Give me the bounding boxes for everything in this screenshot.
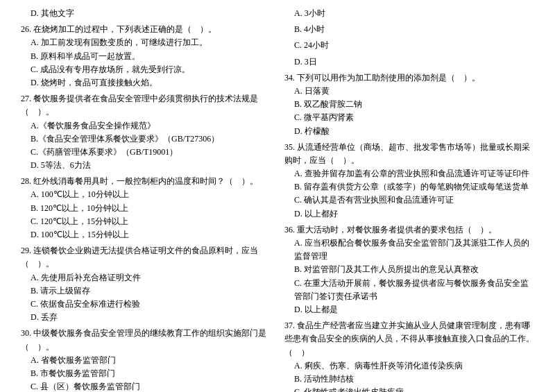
question-35-text: 35. 从流通经营单位（商场、超市、批发零售市场等）批量或长期采购时，应当（ ）… <box>284 141 534 167</box>
q30-option-b: B. 市餐饮服务监管部门 <box>21 367 271 380</box>
option-d-3d: D. 3日 <box>284 56 534 69</box>
q29-option-d: D. 丢弃 <box>21 311 271 324</box>
q27-option-a: A.《餐饮服务食品安全操作规范》 <box>21 119 271 133</box>
question-36-text: 36. 重大活动时，对餐饮服务者提供者的要求包括（ ）。 <box>284 223 534 237</box>
question-28-text: 28. 红外线消毒餐用具时，一般控制柜内的温度和时间？（ ）。 <box>21 175 271 188</box>
q37-option-c: C. 化脓性或者渗出性皮肤疾病 <box>284 386 534 392</box>
question-27: 27. 餐饮服务提供者在食品安全管理中必须贯彻执行的技术法规是（ ）。 A.《餐… <box>21 92 271 172</box>
q35-option-d: D. 以上都好 <box>284 207 534 221</box>
question-30-text: 30. 中级餐饮服务食品安全管理员的继续教育工作的组织实施部门是（ ）。 <box>21 327 271 353</box>
q35-option-a: A. 查验并留存加盖有公章的营业执照和食品流通许可证等证印件 <box>284 167 534 180</box>
q37-option-b: B. 活动性肺结核 <box>284 373 534 386</box>
q36-option-c: C. 在重大活动开展前，餐饮服务提供者应与餐饮服务食品安全监管部门签订责任承诺书 <box>284 277 534 303</box>
question-26-text: 26. 在烧烤加工的过程中，下列表述正确的是（ ）。 <box>21 23 271 36</box>
question-37: 37. 食品生产经营者应当建立并实施从业人员健康管理制度，患有哪些患有食品安全的… <box>284 319 534 392</box>
q34-option-b: B. 双乙酸背胺二钠 <box>284 98 534 111</box>
option-c-24h: C. 24小时 <box>284 39 534 52</box>
q37-option-a: A. 痢疾、伤寒、病毒性肝炎等消化道传染疾病 <box>284 359 534 373</box>
q26-option-c: C. 成品没有专用存放场所，就先受到行凉。 <box>21 63 271 76</box>
question-26: 26. 在烧烤加工的过程中，下列表述正确的是（ ）。 A. 加工前发现有国数变质… <box>21 23 271 90</box>
q35-option-b: B. 留存盖有供货方公章（或签字）的每笔购物凭证或每笔送货单 <box>284 180 534 194</box>
q29-option-a: A. 先使用后补充合格证明文件 <box>21 271 271 284</box>
option-a-3h-text: A. 3小时 <box>284 7 534 20</box>
option-b-4h: B. 4小时 <box>284 23 534 36</box>
option-b-4h-text: B. 4小时 <box>284 23 534 36</box>
page-container: D. 其他文字 26. 在烧烤加工的过程中，下列表述正确的是（ ）。 A. 加工… <box>21 7 534 392</box>
q27-option-b: B.《食品安全管理体系餐饮业要求》（GB/T27306） <box>21 133 271 146</box>
q26-option-a: A. 加工前发现有国数变质的，可继续进行加工。 <box>21 36 271 49</box>
q27-option-d: D. 5等法、6力法 <box>21 159 271 172</box>
left-column: D. 其他文字 26. 在烧烤加工的过程中，下列表述正确的是（ ）。 A. 加工… <box>21 7 271 392</box>
content-columns: D. 其他文字 26. 在烧烤加工的过程中，下列表述正确的是（ ）。 A. 加工… <box>21 7 534 392</box>
q29-option-c: C. 依据食品安全标准进行检验 <box>21 298 271 311</box>
option-a-3h: A. 3小时 <box>284 7 534 20</box>
right-column: A. 3小时 B. 4小时 C. 24小时 D. 3日 34. 下列可以用作为加… <box>284 7 534 392</box>
option-c-24h-text: C. 24小时 <box>284 39 534 52</box>
question-29: 29. 连锁餐饮企业购进无法提供合格证明文件的食品原料时，应当（ ）。 A. 先… <box>21 244 271 324</box>
q34-option-c: C. 微平基丙肾素 <box>284 111 534 124</box>
question-29-text: 29. 连锁餐饮企业购进无法提供合格证明文件的食品原料时，应当（ ）。 <box>21 244 271 271</box>
option-text: D. 其他文字 <box>21 7 271 20</box>
q34-option-d: D. 柠檬酸 <box>284 125 534 138</box>
q28-option-d: D. 100℃以上，15分钟以上 <box>21 228 271 241</box>
question-30: 30. 中级餐饮服务食品安全管理员的继续教育工作的组织实施部门是（ ）。 A. … <box>21 327 271 392</box>
q28-option-b: B. 120℃以上，10分钟以上 <box>21 202 271 215</box>
q28-option-c: C. 120℃以上，15分钟以上 <box>21 215 271 228</box>
question-36: 36. 重大活动时，对餐饮服务者提供者的要求包括（ ）。 A. 应当积极配合餐饮… <box>284 223 534 316</box>
q29-option-b: B. 请示上级留存 <box>21 284 271 298</box>
q36-option-a: A. 应当积极配合餐饮服务食品安全监管部门及其派驻工作人员的监督管理 <box>284 237 534 263</box>
q36-option-d: D. 以上都是 <box>284 303 534 316</box>
q28-option-a: A. 100℃以上，10分钟以上 <box>21 188 271 201</box>
question-35: 35. 从流通经营单位（商场、超市、批发零售市场等）批量或长期采购时，应当（ ）… <box>284 141 534 221</box>
q26-option-b: B. 原料和半成品可一起放置。 <box>21 50 271 63</box>
q34-option-a: A. 日落黄 <box>284 85 534 98</box>
question-37-text: 37. 食品生产经营者应当建立并实施从业人员健康管理制度，患有哪些患有食品安全的… <box>284 319 534 359</box>
q35-option-c: C. 确认其是否有营业执照和食品流通许可证 <box>284 194 534 207</box>
question-34-text: 34. 下列可以用作为加工助剂使用的添加剂是（ ）。 <box>284 71 534 85</box>
q30-option-a: A. 省餐饮服务监管部门 <box>21 354 271 367</box>
question-28: 28. 红外线消毒餐用具时，一般控制柜内的温度和时间？（ ）。 A. 100℃以… <box>21 175 271 241</box>
option-d-3d-text: D. 3日 <box>284 56 534 69</box>
question-27-text: 27. 餐饮服务提供者在食品安全管理中必须贯彻执行的技术法规是（ ）。 <box>21 92 271 119</box>
q26-option-d: D. 烧烤时，食品可直接接触火焰。 <box>21 76 271 90</box>
q27-option-c: C.《药膳管理体系要求》（GB/T19001） <box>21 146 271 159</box>
question-34: 34. 下列可以用作为加工助剂使用的添加剂是（ ）。 A. 日落黄 B. 双乙酸… <box>284 71 534 138</box>
q30-option-c: C. 县（区）餐饮服务监管部门 <box>21 380 271 392</box>
option-d-other: D. 其他文字 <box>21 7 271 20</box>
q36-option-b: B. 对监管部门及其工作人员所提出的意见认真整改 <box>284 263 534 276</box>
